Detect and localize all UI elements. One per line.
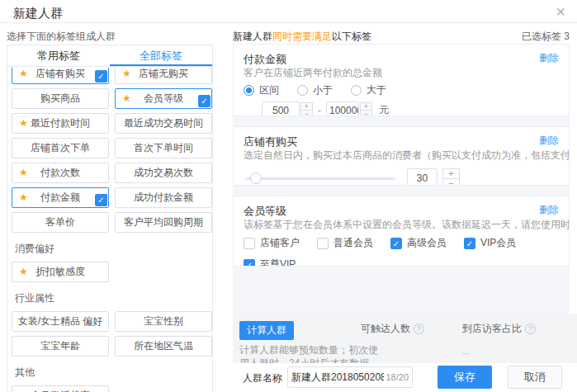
decrease-button[interactable]: − bbox=[442, 178, 460, 187]
delete-link[interactable]: 删除 bbox=[539, 203, 559, 217]
metric-label: 可触达人数? bbox=[361, 322, 424, 336]
tag-label: 成功付款金额 bbox=[134, 191, 193, 203]
currency-unit: 元 bbox=[379, 103, 389, 116]
checkbox-label: 店铺客户 bbox=[260, 236, 300, 250]
days-input[interactable] bbox=[407, 168, 437, 187]
range-max-stepper: +− bbox=[360, 102, 372, 116]
char-counter: 18/20 bbox=[385, 372, 409, 382]
star-icon: ★ bbox=[19, 114, 28, 133]
checked-badge-icon: ✓ bbox=[95, 70, 107, 83]
radio-option[interactable]: 区间 bbox=[244, 83, 279, 97]
radio-icon bbox=[297, 85, 308, 96]
question-icon[interactable]: ? bbox=[414, 324, 424, 334]
crowd-name-value: 新建人群2018050208475 bbox=[291, 371, 384, 385]
page-title: 新建人群 bbox=[13, 6, 63, 21]
tag-button[interactable]: ★折扣敏感度 bbox=[12, 262, 109, 282]
tag-label: 店铺无购买 bbox=[139, 68, 188, 79]
checkbox-icon: ✓ bbox=[464, 238, 475, 249]
tag-button[interactable]: ★店铺无购买 bbox=[115, 68, 212, 84]
metric: 到店访客占比?-- bbox=[462, 322, 536, 359]
card-description: 选定自然日内，购买过本店商品的消费者（购买以支付成功为准，包括支付后退款）。 bbox=[244, 149, 559, 161]
tag-label: 女装/女士精品 偏好 bbox=[18, 315, 103, 327]
tag-button[interactable]: 购买商品 bbox=[12, 88, 109, 109]
decrease-button[interactable]: − bbox=[300, 110, 313, 116]
checkbox-option[interactable]: 普通会员 bbox=[317, 236, 390, 250]
metric-label: 到店访客占比? bbox=[462, 322, 536, 336]
tag-label: 成功交易次数 bbox=[134, 167, 193, 178]
crowd-name-label: 人群名称 bbox=[243, 371, 282, 385]
metric-title: 到店访客占比 bbox=[462, 322, 522, 336]
right-instruction: 新建人群同时需要满足以下标签 bbox=[233, 30, 371, 44]
star-icon: ★ bbox=[19, 188, 28, 207]
metric: 可触达人数?-- bbox=[361, 322, 424, 359]
tag-button[interactable]: 宝宝年龄 bbox=[12, 336, 109, 357]
member-level-checkboxes: 店铺客户普通会员✓高级会员✓VIP会员✓至尊VIP bbox=[244, 236, 559, 267]
star-icon: ★ bbox=[122, 68, 131, 83]
tag-list: ★店铺有购买✓★店铺无购买购买商品★会员等级✓★最近付款时间最近成功交易时间店铺… bbox=[7, 68, 212, 392]
delete-link[interactable]: 删除 bbox=[539, 51, 559, 65]
tag-button[interactable]: 成功交易次数 bbox=[115, 163, 212, 183]
save-button[interactable]: 保存 bbox=[437, 366, 492, 389]
tag-button[interactable]: 店铺首次下单 bbox=[12, 138, 109, 158]
decrease-button[interactable]: − bbox=[360, 110, 372, 116]
delete-link[interactable]: 删除 bbox=[539, 134, 559, 148]
titlebar: 新建人群 × bbox=[0, 0, 577, 23]
checkbox-icon bbox=[244, 238, 255, 249]
tag-label: 店铺有购买 bbox=[35, 68, 85, 79]
range-max-input[interactable] bbox=[326, 102, 359, 116]
radio-option[interactable]: 大于 bbox=[351, 83, 386, 97]
metric-value: -- bbox=[361, 347, 424, 359]
tag-panel: 常用标签 全部标签 ★店铺有购买✓★店铺无购买购买商品★会员等级✓★最近付款时间… bbox=[7, 45, 213, 392]
tag-button[interactable]: ★会员等级✓ bbox=[115, 88, 212, 109]
radio-option[interactable]: 小于 bbox=[297, 83, 333, 97]
tag-button[interactable]: 成功付款金额 bbox=[115, 187, 212, 208]
checkbox-option[interactable]: 店铺客户 bbox=[244, 236, 317, 250]
range-min-input[interactable] bbox=[262, 102, 300, 116]
card-shop-purchase: 店铺有购买 删除 选定自然日内，购买过本店商品的消费者（购买以支付成功为准，包括… bbox=[233, 126, 570, 186]
calculate-crowd-button[interactable]: 计算人群 bbox=[239, 321, 294, 340]
card-title: 会员等级 bbox=[244, 205, 286, 217]
tag-button[interactable]: 所在地区气温 bbox=[115, 336, 212, 357]
tag-button[interactable]: ★付款金额✓ bbox=[12, 187, 109, 208]
checkbox-icon bbox=[317, 238, 329, 249]
cancel-button[interactable]: 取消 bbox=[508, 366, 562, 389]
instruction-suffix: 以下标签 bbox=[332, 31, 371, 42]
instruction-highlight: 同时需要满足 bbox=[272, 31, 332, 42]
tag-button[interactable]: 女装/女士精品 偏好 bbox=[12, 311, 109, 332]
close-icon[interactable]: × bbox=[556, 2, 565, 21]
left-instruction: 选择下面的标签组成人群 bbox=[7, 30, 116, 44]
slider-track[interactable] bbox=[245, 177, 395, 180]
tag-label: 付款次数 bbox=[40, 167, 80, 178]
checkbox-option[interactable]: ✓VIP会员 bbox=[464, 236, 537, 250]
tag-button[interactable]: ★店铺有购买✓ bbox=[12, 68, 109, 84]
radio-icon bbox=[244, 85, 254, 96]
tag-label: 最近成功交易时间 bbox=[124, 117, 203, 129]
tag-label: 客单价 bbox=[45, 216, 75, 228]
tag-button[interactable]: 宝宝性别 bbox=[115, 311, 212, 332]
days-slider-row: +− bbox=[244, 168, 559, 186]
amount-mode-radios: 区间小于大于 bbox=[244, 84, 559, 97]
crowd-name-input[interactable]: 新建人群2018050208475 18/20 bbox=[287, 366, 413, 388]
checkbox-icon: ✓ bbox=[244, 259, 255, 267]
checkbox-label: VIP会员 bbox=[480, 236, 516, 250]
tab-all-tags[interactable]: 全部标签 bbox=[110, 45, 212, 66]
checkbox-option[interactable]: ✓至尊VIP bbox=[244, 257, 317, 267]
tag-button[interactable]: ★最近付款时间 bbox=[12, 113, 109, 134]
tag-button[interactable]: 最近成功交易时间 bbox=[115, 113, 212, 134]
selected-tags-area: 付款金额 删除 客户在店铺近两年付款的总金额 区间小于大于 +− - +− 元 … bbox=[233, 44, 570, 314]
selected-count: 已选标签 3 bbox=[522, 30, 570, 44]
tag-button[interactable]: 首次下单时间 bbox=[115, 138, 212, 158]
tag-label: 购买商品 bbox=[40, 92, 80, 104]
checkbox-option[interactable]: ✓高级会员 bbox=[390, 236, 464, 250]
tab-common-tags[interactable]: 常用标签 bbox=[7, 45, 110, 66]
calc-note-line1: 计算人群能够预知数量；初次使 bbox=[239, 343, 378, 357]
star-icon: ★ bbox=[19, 262, 28, 281]
tag-button[interactable]: ★付款次数 bbox=[12, 163, 109, 183]
slider-handle[interactable] bbox=[250, 172, 262, 184]
tag-button[interactable]: 客户平均回购周期 bbox=[115, 212, 212, 233]
tag-group-label: 其他 bbox=[15, 366, 208, 380]
question-icon[interactable]: ? bbox=[525, 324, 536, 334]
tag-button[interactable]: 会员激活状态 bbox=[12, 385, 109, 392]
checked-badge-icon: ✓ bbox=[198, 95, 210, 107]
tag-button[interactable]: 客单价 bbox=[12, 212, 109, 233]
